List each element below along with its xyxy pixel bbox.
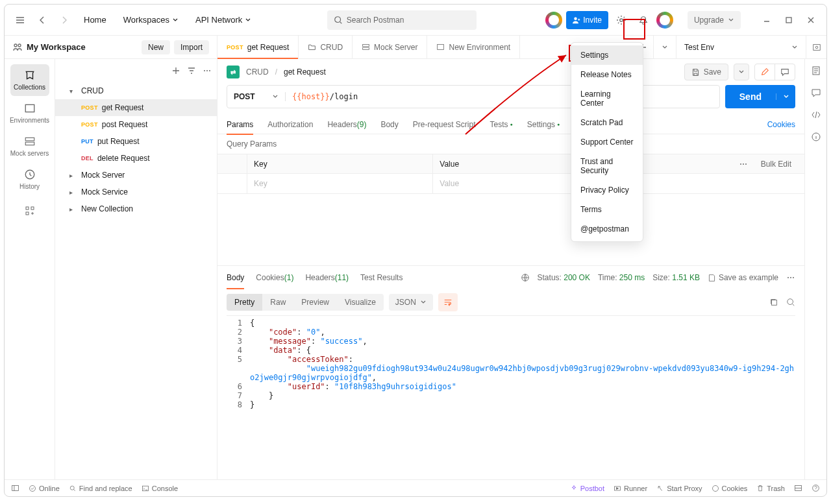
save-dropdown[interactable] xyxy=(734,64,749,80)
tab-get-request[interactable]: POSTget Request xyxy=(217,36,299,58)
panel-icon[interactable] xyxy=(11,484,19,492)
dd-trust[interactable]: Trust and Security xyxy=(571,152,643,180)
subtab-body[interactable]: Body xyxy=(380,115,398,134)
bulk-edit-link[interactable]: Bulk Edit xyxy=(754,160,798,169)
dd-terms[interactable]: Terms xyxy=(571,200,643,219)
find-replace[interactable]: Find and replace xyxy=(69,485,132,492)
workspaces-link[interactable]: Workspaces xyxy=(117,11,185,29)
team-avatar-1[interactable] xyxy=(545,12,562,29)
environment-select[interactable]: Test Env xyxy=(676,36,806,58)
close-window-icon[interactable] xyxy=(802,11,820,29)
wrap-lines-button[interactable] xyxy=(438,293,458,311)
more-icon[interactable] xyxy=(203,66,212,75)
response-body[interactable]: 1{ 2 "code": "0", 3 "message": "success"… xyxy=(227,315,795,412)
view-preview[interactable]: Preview xyxy=(293,294,337,311)
dd-learning[interactable]: Learning Center xyxy=(571,84,643,113)
rail-mock[interactable]: Mock servers xyxy=(10,130,49,162)
import-button[interactable]: Import xyxy=(174,40,209,54)
home-link[interactable]: Home xyxy=(77,11,113,29)
tab-crud[interactable]: CRUD xyxy=(299,36,353,58)
resp-tab-body[interactable]: Body xyxy=(227,266,244,289)
view-raw[interactable]: Raw xyxy=(262,294,293,311)
dd-support[interactable]: Support Center xyxy=(571,132,643,152)
edit-icon[interactable] xyxy=(755,64,775,80)
layout-icon[interactable] xyxy=(794,484,802,492)
tab-options-button[interactable] xyxy=(654,36,676,58)
online-status[interactable]: Online xyxy=(29,485,60,492)
send-button[interactable]: Send xyxy=(725,85,795,108)
resp-tab-headers[interactable]: Headers (11) xyxy=(305,266,349,289)
cookies-link[interactable]: Cookies xyxy=(767,120,795,129)
info-icon[interactable] xyxy=(811,132,821,142)
runner-link[interactable]: Runner xyxy=(614,485,647,492)
tree-new-collection[interactable]: ▸New Collection xyxy=(55,200,217,217)
tree-crud[interactable]: ▾CRUD xyxy=(55,82,217,99)
code-icon[interactable] xyxy=(811,110,821,120)
tree-put-request[interactable]: PUTput Request xyxy=(55,133,217,150)
globe-icon[interactable] xyxy=(521,273,530,282)
resp-tab-cookies[interactable]: Cookies (1) xyxy=(256,266,293,289)
dd-release[interactable]: Release Notes xyxy=(571,65,643,84)
trash-link[interactable]: Trash xyxy=(756,485,785,492)
docs-icon[interactable] xyxy=(811,66,821,76)
search-response-icon[interactable] xyxy=(786,298,795,307)
subtab-settings[interactable]: Settings xyxy=(527,115,560,134)
view-visualize[interactable]: Visualize xyxy=(337,294,384,311)
dd-scratch[interactable]: Scratch Pad xyxy=(571,113,643,132)
subtab-tests[interactable]: Tests xyxy=(490,115,512,134)
tree-delete-request[interactable]: DELdelete Request xyxy=(55,150,217,167)
rail-more[interactable] xyxy=(10,200,49,221)
help-icon[interactable] xyxy=(812,484,820,492)
menu-icon[interactable] xyxy=(11,11,29,29)
api-network-link[interactable]: API Network xyxy=(189,11,258,29)
url-input[interactable]: POST {{host}}/login xyxy=(227,85,720,108)
tab-new-env[interactable]: New Environment xyxy=(427,36,520,58)
new-button[interactable]: New xyxy=(142,40,170,54)
dd-getpostman[interactable]: @getpostman xyxy=(571,219,643,239)
footer-cookies[interactable]: Cookies xyxy=(712,485,748,492)
copy-icon[interactable] xyxy=(769,298,778,307)
invite-button[interactable]: Invite xyxy=(566,11,608,29)
console-link[interactable]: Console xyxy=(142,485,178,492)
notifications-icon[interactable] xyxy=(634,11,652,29)
save-button[interactable]: Save xyxy=(684,64,728,80)
settings-gear-icon[interactable] xyxy=(612,11,630,29)
rail-history[interactable]: History xyxy=(10,163,49,195)
rail-environments[interactable]: Environments xyxy=(10,97,49,129)
key-input[interactable]: Key xyxy=(247,174,433,193)
view-pretty[interactable]: Pretty xyxy=(227,294,262,311)
tree-mock-server[interactable]: ▸Mock Server xyxy=(55,167,217,184)
comments-icon[interactable] xyxy=(811,88,821,98)
start-proxy-link[interactable]: Start Proxy xyxy=(656,485,702,492)
back-icon[interactable] xyxy=(33,11,51,29)
save-as-example[interactable]: Save as example xyxy=(708,273,778,282)
resp-tab-tests[interactable]: Test Results xyxy=(360,266,403,289)
language-select[interactable]: JSON xyxy=(389,294,433,311)
more-dots-icon[interactable] xyxy=(786,273,795,282)
add-icon[interactable] xyxy=(171,66,180,75)
tree-get-request[interactable]: POSTget Request xyxy=(55,99,217,116)
search-input[interactable]: Search Postman xyxy=(327,10,477,30)
tree-mock-service[interactable]: ▸Mock Service xyxy=(55,184,217,200)
tree-post-request[interactable]: POSTpost Request xyxy=(55,116,217,133)
filter-icon[interactable] xyxy=(187,66,196,75)
view-mode-segment[interactable]: Pretty Raw Preview Visualize xyxy=(227,294,384,311)
rail-collections[interactable]: Collections xyxy=(10,64,49,96)
comment-icon[interactable] xyxy=(775,64,795,80)
subtab-prereq[interactable]: Pre-request Script xyxy=(413,115,476,134)
method-select[interactable]: POST xyxy=(227,92,286,101)
edit-comment-buttons[interactable] xyxy=(754,64,795,80)
tab-mock-server[interactable]: Mock Server xyxy=(353,36,427,58)
dd-settings[interactable]: Settings xyxy=(571,45,643,65)
breadcrumb-collection[interactable]: CRUD xyxy=(246,67,269,77)
upgrade-button[interactable]: Upgrade xyxy=(688,11,741,29)
forward-icon[interactable] xyxy=(55,11,73,29)
user-avatar[interactable] xyxy=(656,12,673,29)
subtab-params[interactable]: Params xyxy=(227,115,253,134)
environment-view-button[interactable] xyxy=(806,36,826,58)
minimize-icon[interactable] xyxy=(758,11,776,29)
subtab-auth[interactable]: Authorization xyxy=(267,115,313,134)
subtab-headers[interactable]: Headers (9) xyxy=(327,115,366,134)
maximize-icon[interactable] xyxy=(780,11,798,29)
more-dots-icon[interactable] xyxy=(739,160,748,169)
